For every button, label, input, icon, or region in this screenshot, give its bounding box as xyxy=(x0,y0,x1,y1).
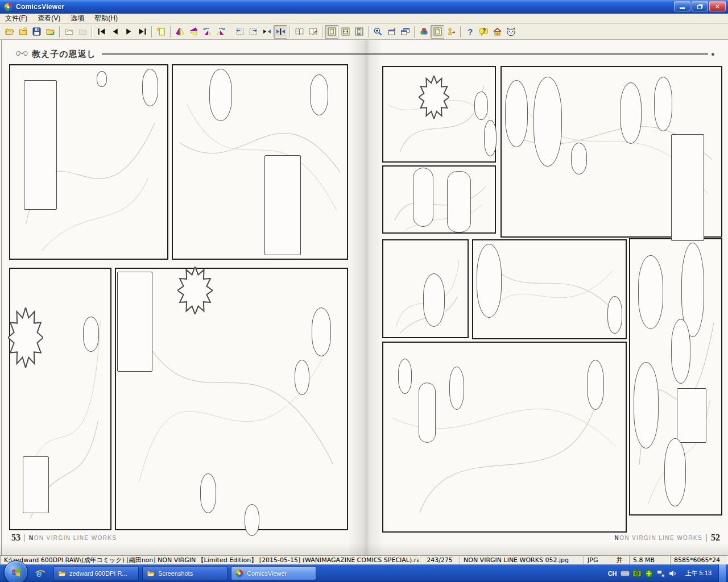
svg-text:?: ? xyxy=(482,28,485,34)
system-tray: CH 上午 5:13 xyxy=(608,564,728,582)
last-page-button[interactable] xyxy=(135,25,149,39)
menu-item-3[interactable]: 帮助(H) xyxy=(89,13,123,24)
flip-horizontal-button[interactable] xyxy=(173,25,187,39)
rotate-right-button[interactable] xyxy=(214,25,228,39)
speech-bubble xyxy=(83,317,99,352)
speech-bubble xyxy=(447,171,471,232)
menu-item-2[interactable]: 选项 xyxy=(65,13,89,24)
menu-item-0[interactable]: 文件(F) xyxy=(0,13,32,24)
flip-vertical-icon xyxy=(189,27,198,36)
next-archive-icon xyxy=(78,27,88,36)
status-image-dimensions: 8585*6065*24 xyxy=(670,555,728,564)
speech-bubble xyxy=(413,168,433,227)
zoom-in-button[interactable] xyxy=(371,25,384,39)
speech-bubble xyxy=(398,359,412,394)
burst-bubble xyxy=(419,76,449,119)
tips-button[interactable]: ? xyxy=(477,25,490,39)
about-cat-button[interactable] xyxy=(504,25,518,39)
toolbar-separator xyxy=(414,26,415,38)
save-button[interactable] xyxy=(30,25,43,39)
last-page-icon xyxy=(138,27,147,36)
minimize-button[interactable] xyxy=(674,1,690,11)
slideshow-button[interactable] xyxy=(444,25,458,39)
help-button[interactable]: ? xyxy=(463,25,477,39)
speech-bubble xyxy=(607,296,622,334)
text-box xyxy=(23,456,49,513)
keyboard-tray-icon xyxy=(621,569,630,578)
shrink-window-button[interactable] xyxy=(384,25,398,39)
taskbar-button-1[interactable]: zedward 600DPI R... xyxy=(53,566,139,580)
toolbar-separator xyxy=(289,26,290,38)
prev-archive-button[interactable] xyxy=(62,25,76,39)
shift-left-button[interactable] xyxy=(233,25,246,39)
rotate-left-button[interactable] xyxy=(200,25,214,39)
book-edit-button[interactable] xyxy=(306,25,320,39)
home-button[interactable] xyxy=(490,25,504,39)
tips-icon: ? xyxy=(479,27,489,36)
open-new-icon xyxy=(18,27,28,36)
taskbtn-icon xyxy=(146,569,155,578)
fit-width-button[interactable] xyxy=(338,25,352,39)
save-icon xyxy=(32,27,42,36)
menu-item-1[interactable]: 查看(V) xyxy=(32,13,65,24)
speech-bubble xyxy=(295,360,309,395)
start-button[interactable] xyxy=(4,560,28,582)
chapter-title: 教え子の恩返し xyxy=(32,49,96,60)
first-page-button[interactable] xyxy=(94,25,108,39)
quicklaunch-ie[interactable]: e xyxy=(32,568,49,579)
next-page-icon xyxy=(124,27,134,36)
taskbar-button-2[interactable]: Screenshots xyxy=(142,566,228,580)
new-window-button[interactable] xyxy=(154,25,168,39)
open-new-button[interactable] xyxy=(16,25,30,39)
language-indicator[interactable]: CH xyxy=(608,570,617,577)
book-mode-icon xyxy=(295,27,304,36)
keyboard-tray-icon[interactable] xyxy=(621,569,630,578)
expand-width-button[interactable] xyxy=(260,25,274,39)
toolbar: ?? xyxy=(0,24,728,40)
shift-right-button[interactable] xyxy=(246,25,260,39)
cascade-windows-button[interactable] xyxy=(398,25,412,39)
fit-height-button[interactable] xyxy=(352,25,366,39)
clock[interactable]: 上午 5:13 xyxy=(685,569,712,577)
nvidia-tray-icon[interactable] xyxy=(632,569,642,578)
network-tray-icon[interactable] xyxy=(656,569,665,578)
speech-bubble xyxy=(449,367,464,410)
zoom-in-icon xyxy=(373,27,383,36)
comic-viewer-area: 教え子の恩返し 53 NON VIRGIN LINE WORKS NON VIR… xyxy=(0,40,728,555)
about-cat-icon xyxy=(506,27,516,36)
speech-bubble xyxy=(571,143,587,174)
prev-page-button[interactable] xyxy=(108,25,122,39)
close-button[interactable]: ✕ xyxy=(709,1,726,11)
right-footer-text: ON VIRGIN LINE WORKS xyxy=(619,535,702,541)
toolbar-separator xyxy=(230,26,230,38)
new-window-icon xyxy=(156,27,166,36)
save-to-folder-button[interactable] xyxy=(43,25,57,39)
open-file-button[interactable] xyxy=(2,25,16,39)
rotate-left-icon xyxy=(202,27,212,36)
view-original-button[interactable] xyxy=(431,25,444,39)
speech-bubble xyxy=(423,273,445,327)
left-footer-text: ON VIRGIN LINE WORKS xyxy=(34,535,117,541)
flip-horizontal-icon xyxy=(175,27,185,36)
taskbar-button-3[interactable]: ComicsViewer xyxy=(231,566,316,580)
toolbar-separator xyxy=(59,26,60,38)
volume-tray-icon[interactable] xyxy=(668,569,677,578)
speech-bubble xyxy=(484,120,497,156)
restore-button[interactable] xyxy=(692,1,708,11)
view-original-icon xyxy=(433,27,442,36)
help-icon: ? xyxy=(465,27,475,36)
next-page-button[interactable] xyxy=(122,25,135,39)
antivirus-tray-icon[interactable] xyxy=(644,569,653,578)
status-file-name: NON VIRGIN LINE WORKS 052.jpg xyxy=(460,555,584,564)
header-end-dot xyxy=(712,53,714,56)
fit-page-button[interactable] xyxy=(325,25,338,39)
two-page-mode-button[interactable] xyxy=(274,25,287,39)
right-page-number: 52 xyxy=(711,533,720,543)
book-mode-button[interactable] xyxy=(292,25,306,39)
text-box xyxy=(24,80,57,210)
window-title: ComicsViewer xyxy=(16,3,64,11)
header-rule xyxy=(102,53,708,55)
color-adjust-button[interactable] xyxy=(417,25,431,39)
flip-vertical-button[interactable] xyxy=(187,25,200,39)
show-desktop-strip[interactable] xyxy=(718,564,726,582)
